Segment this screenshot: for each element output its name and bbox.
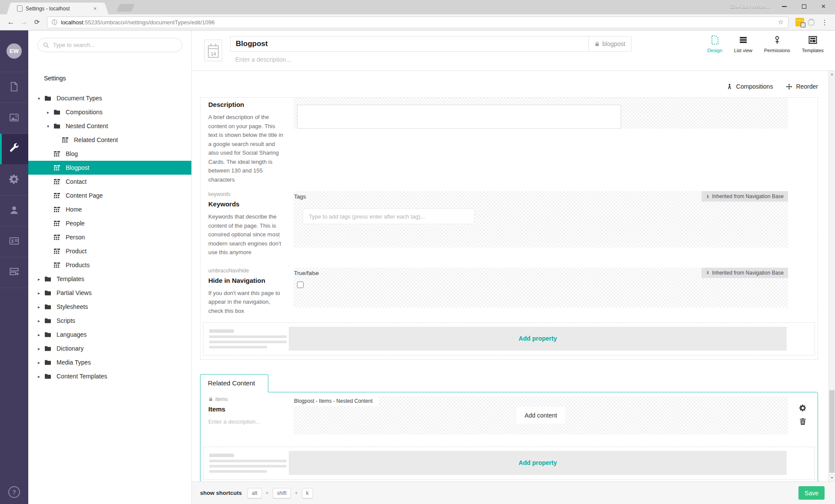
- site-info-icon[interactable]: [52, 18, 57, 27]
- tab-templates[interactable]: Templates: [802, 35, 824, 53]
- tags-input[interactable]: [303, 209, 474, 224]
- tree-item-content-templates[interactable]: Content Templates: [28, 369, 191, 383]
- tree-item-blogpost[interactable]: Blogpost: [28, 161, 191, 175]
- expander-arrow-icon[interactable]: [47, 110, 53, 115]
- help-button[interactable]: ?: [8, 486, 20, 498]
- bookmark-star-icon[interactable]: [778, 18, 784, 26]
- property-label[interactable]: Keywords: [208, 200, 286, 208]
- property-label[interactable]: Description: [208, 101, 286, 108]
- expander-arrow-icon[interactable]: [38, 318, 44, 323]
- new-tab-button[interactable]: [117, 4, 134, 12]
- hide-in-navigation-checkbox[interactable]: [297, 282, 304, 288]
- close-button[interactable]: [814, 1, 833, 12]
- back-button[interactable]: [4, 18, 17, 27]
- reorder-button[interactable]: Reorder: [786, 80, 818, 93]
- inherited-icon: [706, 270, 710, 275]
- tab-close-icon[interactable]: [92, 5, 98, 12]
- tree-item-stylesheets[interactable]: Stylesheets: [28, 300, 191, 314]
- tree-item-contact[interactable]: Contact: [28, 175, 191, 189]
- sidebar-item-members[interactable]: [0, 226, 28, 257]
- sidebar-item-content[interactable]: [0, 72, 28, 103]
- doctype-name-input[interactable]: [230, 40, 588, 48]
- forward-button[interactable]: [17, 18, 30, 27]
- property-label[interactable]: Hide in Navigation: [208, 277, 286, 284]
- expander-arrow-icon[interactable]: [38, 332, 44, 337]
- search-input[interactable]: [53, 42, 177, 48]
- tree-search[interactable]: [37, 38, 182, 52]
- compositions-button[interactable]: Compositions: [726, 80, 773, 93]
- folder-icon: [44, 317, 51, 324]
- maximize-button[interactable]: [794, 1, 814, 12]
- add-content-button[interactable]: Add content: [516, 407, 565, 424]
- tree-item-home[interactable]: Home: [28, 202, 191, 216]
- tree-item-compositions[interactable]: Compositions: [28, 105, 191, 119]
- tree-item-blog[interactable]: Blog: [28, 147, 191, 161]
- browser-menu-icon[interactable]: [818, 18, 831, 27]
- expander-arrow-icon[interactable]: [47, 124, 53, 129]
- tree-item-product[interactable]: Product: [28, 244, 191, 258]
- sidebar-item-media[interactable]: [0, 103, 28, 134]
- minimize-button[interactable]: [775, 1, 794, 12]
- expander-arrow-icon[interactable]: [38, 277, 44, 282]
- property-delete-trash-icon[interactable]: [799, 418, 807, 425]
- tab-permissions[interactable]: Permissions: [764, 35, 790, 53]
- page-favicon-icon: [17, 5, 23, 12]
- address-bar[interactable]: localhost:55235/umbraco#/settings/docume…: [47, 17, 788, 28]
- window-controls: [775, 1, 833, 12]
- tree-item-person[interactable]: Person: [28, 230, 191, 244]
- sidebar-item-users[interactable]: [0, 196, 28, 226]
- property-description-placeholder[interactable]: Enter a description...: [208, 418, 286, 427]
- extension-icon[interactable]: [795, 18, 804, 27]
- description-textarea[interactable]: [297, 105, 621, 129]
- document-type-icon: [53, 192, 60, 199]
- tree-item-document-types[interactable]: Document Types: [28, 91, 191, 105]
- scrollbar-thumb[interactable]: [829, 390, 835, 473]
- sidebar-item-forms[interactable]: [0, 257, 28, 288]
- scroll-up-arrow-icon[interactable]: [829, 71, 835, 78]
- scroll-down-arrow-icon[interactable]: [829, 474, 835, 481]
- browser-tab[interactable]: Settings - localhost: [13, 3, 102, 14]
- tree-item-nested-content[interactable]: Nested Content: [28, 119, 191, 133]
- expander-arrow-icon[interactable]: [38, 360, 44, 365]
- sidebar-item-developer[interactable]: [0, 165, 28, 196]
- search-icon: [43, 42, 49, 48]
- doctype-icon-button[interactable]: 14: [204, 40, 222, 61]
- tree-item-content-page[interactable]: Content Page: [28, 189, 191, 202]
- add-property-button[interactable]: Add property: [289, 451, 787, 475]
- expander-arrow-icon[interactable]: [38, 305, 44, 309]
- extension-circle-icon[interactable]: [808, 19, 815, 26]
- tab-list-view[interactable]: List view: [734, 35, 752, 53]
- tree-item-people[interactable]: People: [28, 216, 191, 230]
- property-settings-gear-icon[interactable]: [799, 404, 807, 412]
- templates-layout-icon: [808, 35, 818, 46]
- avatar[interactable]: EW: [7, 43, 22, 59]
- tree-item-partial-views[interactable]: Partial Views: [28, 286, 191, 300]
- show-shortcuts-button[interactable]: show shortcuts: [200, 490, 242, 496]
- alias-text: blogpost: [602, 40, 625, 47]
- inherited-icon: [706, 194, 710, 199]
- add-property-row[interactable]: Add property: [203, 322, 815, 355]
- content-scrollbar[interactable]: [828, 71, 835, 481]
- expander-arrow-icon[interactable]: [38, 374, 44, 379]
- sidebar-item-settings[interactable]: [0, 134, 28, 165]
- tree-item-products[interactable]: Products: [28, 258, 191, 272]
- save-button[interactable]: Save: [798, 486, 825, 500]
- property-label[interactable]: Items: [208, 405, 286, 413]
- expander-arrow-icon[interactable]: [38, 291, 44, 295]
- tab-related-content[interactable]: Related Content: [200, 374, 268, 392]
- reload-button[interactable]: [30, 18, 43, 27]
- alias-chip[interactable]: blogpost: [588, 36, 631, 51]
- maximize-icon: [802, 4, 806, 9]
- tree-item-dictionary[interactable]: Dictionary: [28, 342, 191, 355]
- expander-arrow-icon[interactable]: [38, 96, 44, 101]
- tree-item-templates[interactable]: Templates: [28, 272, 191, 286]
- add-property-button[interactable]: Add property: [289, 327, 787, 351]
- doctype-description-placeholder[interactable]: Enter a description...: [235, 56, 291, 63]
- tree-item-related-content[interactable]: Related Content: [28, 133, 191, 147]
- tree-item-media-types[interactable]: Media Types: [28, 355, 191, 369]
- tree-item-scripts[interactable]: Scripts: [28, 314, 191, 328]
- tree-item-languages[interactable]: Languages: [28, 328, 191, 342]
- add-property-row[interactable]: Add property: [203, 447, 815, 480]
- expander-arrow-icon[interactable]: [38, 346, 44, 351]
- tab-design[interactable]: Design: [708, 35, 722, 53]
